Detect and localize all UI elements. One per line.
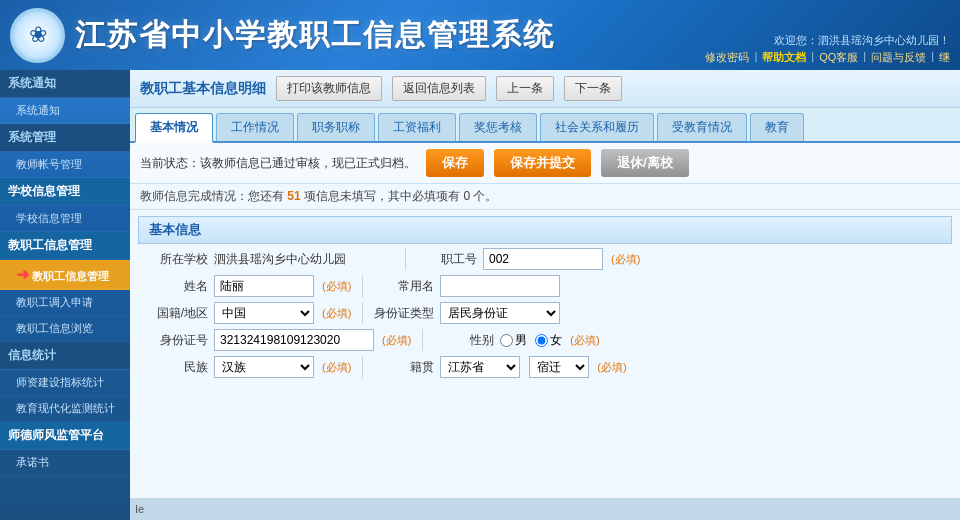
arrow-icon: ➜ <box>16 265 29 284</box>
school-label: 所在学校 <box>138 251 208 268</box>
id-number-input[interactable] <box>214 329 374 351</box>
tab-reward[interactable]: 奖惩考核 <box>459 113 537 141</box>
change-password-link[interactable]: 修改密码 <box>705 50 749 65</box>
prev-btn[interactable]: 上一条 <box>496 76 554 101</box>
logo: ❀ <box>10 8 65 63</box>
tab-education[interactable]: 受教育情况 <box>657 113 747 141</box>
sidebar-item-school-info[interactable]: 学校信息管理 <box>0 206 130 232</box>
ethnicity-label: 民族 <box>138 359 208 376</box>
gender-radio-group: 男 女 <box>500 332 562 349</box>
tab-position[interactable]: 职务职称 <box>297 113 375 141</box>
gender-male-option[interactable]: 男 <box>500 332 527 349</box>
sidebar-item-teacher-info-mgmt[interactable]: ➜教职工信息管理 <box>0 260 130 290</box>
tab-work[interactable]: 工作情况 <box>216 113 294 141</box>
ethnicity-select[interactable]: 汉族 <box>214 356 314 378</box>
tab-salary[interactable]: 工资福利 <box>378 113 456 141</box>
native-place-city-select[interactable]: 宿迁 <box>529 356 589 378</box>
top-header: ❀ 江苏省中小学教职工信息管理系统 欢迎您：泗洪县瑶沟乡中心幼儿园！ 修改密码 … <box>0 0 960 70</box>
feedback-link[interactable]: 问题与反馈 <box>871 50 926 65</box>
sidebar-section-morality: 师德师风监管平台 <box>0 422 130 450</box>
sidebar: 系统通知 系统通知 系统管理 教师帐号管理 学校信息管理 学校信息管理 教职工信… <box>0 70 130 520</box>
tab-edu2[interactable]: 教育 <box>750 113 804 141</box>
form-row-nationality: 国籍/地区 中国 (必填) 身份证类型 居民身份证 <box>138 302 952 324</box>
gender-female-radio[interactable] <box>535 334 548 347</box>
gender-male-radio[interactable] <box>500 334 513 347</box>
help-docs-link[interactable]: 帮助文档 <box>762 50 806 65</box>
save-submit-button[interactable]: 保存并提交 <box>494 149 591 177</box>
sidebar-section-stats: 信息统计 <box>0 342 130 370</box>
employee-id-input[interactable] <box>483 248 603 270</box>
sidebar-section-system-notify: 系统通知 <box>0 70 130 98</box>
name-input[interactable] <box>214 275 314 297</box>
form-row-name: 姓名 (必填) 常用名 <box>138 275 952 297</box>
status-bar: 当前状态：该教师信息已通过审核，现已正式归档。 保存 保存并提交 退休/离校 <box>130 143 960 184</box>
bottom-text: Ie <box>135 503 144 515</box>
nationality-note: (必填) <box>322 306 351 321</box>
return-list-btn[interactable]: 返回信息列表 <box>392 76 486 101</box>
header-right: 欢迎您：泗洪县瑶沟乡中心幼儿园！ 修改密码 | 帮助文档 | QQ客服 | 问题… <box>705 0 950 70</box>
logo-icon: ❀ <box>29 22 47 48</box>
retire-button[interactable]: 退休/离校 <box>601 149 689 177</box>
content-area: 教职工基本信息明细 打印该教师信息 返回信息列表 上一条 下一条 基本情况 工作… <box>130 70 960 520</box>
header-links: 修改密码 | 帮助文档 | QQ客服 | 问题与反馈 | 继 <box>705 50 950 65</box>
id-type-select[interactable]: 居民身份证 <box>440 302 560 324</box>
divider <box>405 248 406 270</box>
id-number-note: (必填) <box>382 333 411 348</box>
welcome-text: 欢迎您：泗洪县瑶沟乡中心幼儿园！ <box>705 33 950 48</box>
sidebar-item-edu-stats[interactable]: 教育现代化监测统计 <box>0 396 130 422</box>
more-link[interactable]: 继 <box>939 50 950 65</box>
school-value: 泗洪县瑶沟乡中心幼儿园 <box>214 251 394 268</box>
next-btn[interactable]: 下一条 <box>564 76 622 101</box>
sidebar-item-teacher-transfer[interactable]: 教职工调入申请 <box>0 290 130 316</box>
employee-id-label: 职工号 <box>417 251 477 268</box>
name-note: (必填) <box>322 279 351 294</box>
tab-basic[interactable]: 基本情况 <box>135 113 213 143</box>
divider3 <box>362 302 363 324</box>
nationality-select[interactable]: 中国 <box>214 302 314 324</box>
incomplete-count: 51 <box>287 189 300 203</box>
gender-note: (必填) <box>570 333 599 348</box>
sidebar-item-teacher-stats[interactable]: 师资建设指标统计 <box>0 370 130 396</box>
sidebar-section-school-info: 学校信息管理 <box>0 178 130 206</box>
sidebar-section-teacher-info: 教职工信息管理 <box>0 232 130 260</box>
form-row-ethnicity: 民族 汉族 (必填) 籍贯 江苏省 宿迁 (必填) <box>138 356 952 378</box>
native-place-label: 籍贯 <box>374 359 434 376</box>
save-button[interactable]: 保存 <box>426 149 484 177</box>
section-basic-info: 基本信息 <box>138 216 952 244</box>
form-area: 所在学校 泗洪县瑶沟乡中心幼儿园 职工号 (必填) 姓名 (必填) 常用名 <box>130 248 960 383</box>
info-bar: 教师信息完成情况：您还有 51 项信息未填写，其中必填项有 0 个。 <box>130 184 960 210</box>
gender-female-option[interactable]: 女 <box>535 332 562 349</box>
usual-name-input[interactable] <box>440 275 560 297</box>
usual-name-label: 常用名 <box>374 278 434 295</box>
divider4 <box>422 329 423 351</box>
ethnicity-note: (必填) <box>322 360 351 375</box>
status-text: 当前状态：该教师信息已通过审核，现已正式归档。 <box>140 155 416 172</box>
sidebar-item-promise[interactable]: 承诺书 <box>0 450 130 476</box>
name-label: 姓名 <box>138 278 208 295</box>
native-place-note: (必填) <box>597 360 626 375</box>
content-body: 基本信息 所在学校 泗洪县瑶沟乡中心幼儿园 职工号 (必填) 姓名 (必填) <box>130 210 960 520</box>
employee-id-note: (必填) <box>611 252 640 267</box>
id-type-label: 身份证类型 <box>374 305 434 322</box>
bottom-bar: Ie <box>130 498 960 520</box>
app-title: 江苏省中小学教职工信息管理系统 <box>75 15 555 56</box>
page-title: 教职工基本信息明细 <box>140 80 266 98</box>
nationality-label: 国籍/地区 <box>138 305 208 322</box>
content-header: 教职工基本信息明细 打印该教师信息 返回信息列表 上一条 下一条 <box>130 70 960 108</box>
form-row-school: 所在学校 泗洪县瑶沟乡中心幼儿园 职工号 (必填) <box>138 248 952 270</box>
tabs-bar: 基本情况 工作情况 职务职称 工资福利 奖惩考核 社会关系和履历 受教育情况 教… <box>130 108 960 143</box>
gender-male-label: 男 <box>515 332 527 349</box>
form-row-id: 身份证号 (必填) 性别 男 女 <box>138 329 952 351</box>
sidebar-item-system-notify[interactable]: 系统通知 <box>0 98 130 124</box>
sidebar-item-teacher-browse[interactable]: 教职工信息浏览 <box>0 316 130 342</box>
native-place-select[interactable]: 江苏省 <box>440 356 520 378</box>
sidebar-item-teacher-account[interactable]: 教师帐号管理 <box>0 152 130 178</box>
divider2 <box>362 275 363 297</box>
main-layout: 系统通知 系统通知 系统管理 教师帐号管理 学校信息管理 学校信息管理 教职工信… <box>0 70 960 520</box>
id-number-label: 身份证号 <box>138 332 208 349</box>
print-btn[interactable]: 打印该教师信息 <box>276 76 382 101</box>
divider5 <box>362 356 363 378</box>
tab-social[interactable]: 社会关系和履历 <box>540 113 654 141</box>
sidebar-section-system-mgmt: 系统管理 <box>0 124 130 152</box>
qq-service-link[interactable]: QQ客服 <box>819 50 858 65</box>
